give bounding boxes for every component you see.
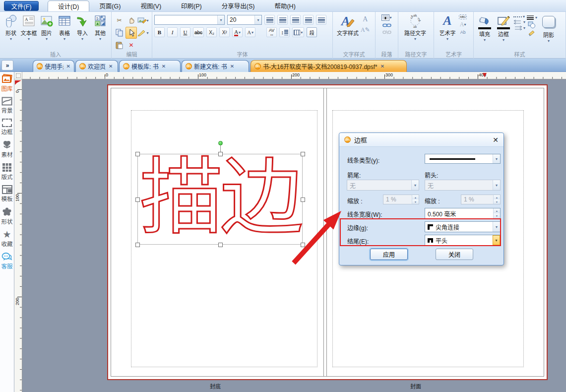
font-color-button[interactable]: A▾ xyxy=(232,27,243,37)
char-spacing-button[interactable]: AV↔ xyxy=(266,27,277,37)
sidebar-item-assets[interactable]: 素材 xyxy=(0,140,13,158)
menu-tab-view[interactable]: 视图(V) xyxy=(130,0,171,11)
columns-button[interactable]: ▾ xyxy=(292,27,304,37)
text-wrap-button[interactable]: ▾ xyxy=(381,14,391,21)
italic-button[interactable]: I xyxy=(167,27,178,37)
arrow-start-style-button[interactable]: ▾ xyxy=(513,20,525,24)
dropdown-arrow-icon[interactable]: ▾ xyxy=(46,37,48,41)
font-name-combobox[interactable]: ▾ xyxy=(154,15,225,25)
dropdown-arrow-icon[interactable]: ▾ xyxy=(254,15,261,24)
link-frames-icon[interactable] xyxy=(382,23,391,28)
dropdown-arrow-icon[interactable]: ▾ xyxy=(484,38,486,42)
dropdown-arrow-icon[interactable]: ▾ xyxy=(493,154,500,163)
menu-tab-help[interactable]: 帮助(H) xyxy=(264,0,305,11)
cut-icon[interactable]: ✂ xyxy=(114,14,125,26)
arrow-end-style-button[interactable]: ▾ xyxy=(513,26,525,30)
path-text-button[interactable]: abcdcdab 路径文字 ▾ xyxy=(400,13,430,50)
resize-handle-nw[interactable] xyxy=(135,152,140,156)
sidebar-item-background[interactable]: 背景 xyxy=(0,97,13,114)
dropdown-arrow-icon[interactable]: ▾ xyxy=(414,37,416,41)
select-cursor-icon[interactable] xyxy=(126,27,137,39)
tab-close-icon[interactable]: ✕ xyxy=(229,64,234,69)
menu-tab-design[interactable]: 设计(D) xyxy=(48,0,89,11)
dropdown-arrow-icon[interactable]: ▾ xyxy=(63,37,65,41)
menu-file-button[interactable]: 文件(F) xyxy=(4,1,39,11)
dropdown-arrow-icon[interactable]: ▾ xyxy=(503,38,504,42)
sidebar-item-gallery[interactable]: 图库 xyxy=(0,74,13,92)
sidebar-item-layout[interactable]: 版式 xyxy=(0,163,13,181)
other-button[interactable]: 5 其他 ▾ xyxy=(91,13,109,50)
dialog-title-bar[interactable]: DPS 边框 ✕ xyxy=(339,133,503,147)
bold-button[interactable]: B xyxy=(154,27,165,37)
tab-close-icon[interactable]: ✕ xyxy=(161,64,166,69)
tab-close-icon[interactable]: ✕ xyxy=(379,64,384,69)
import-button[interactable]: 导入 ▾ xyxy=(73,13,91,50)
art-text-button[interactable]: A 艺术字 ▾ xyxy=(436,13,459,50)
text-style-button[interactable]: A 文字样式 xyxy=(335,13,361,50)
rotation-handle[interactable] xyxy=(218,141,223,145)
fill-button[interactable]: 填充 ▾ xyxy=(476,13,494,50)
sidebar-item-border[interactable]: 边框 xyxy=(0,119,13,135)
close-button[interactable]: 关闭 xyxy=(436,249,473,260)
selected-text-frame[interactable]: 描边 xyxy=(137,154,303,245)
subscript-button[interactable]: X₂ xyxy=(206,27,217,37)
line-width-spinner[interactable]: 0.500 毫米 ▲▼ xyxy=(425,208,501,219)
border-button[interactable]: 边框 ▾ xyxy=(495,13,512,50)
format-brush-icon[interactable] xyxy=(528,30,536,36)
picture-button[interactable]: 图片 ▾ xyxy=(38,13,56,50)
line-style-button[interactable]: ▾ xyxy=(513,15,525,18)
combine-shapes-icon[interactable] xyxy=(528,21,536,28)
resize-handle-s[interactable] xyxy=(218,243,223,247)
art-transform-icon[interactable]: A▾ xyxy=(460,21,466,28)
paragraph-settings-button[interactable]: 段 xyxy=(307,27,317,37)
doc-tab-active-book[interactable]: DPS 书-大16开软皮平装-文档200819-0937.dpsf* ✕ xyxy=(251,60,407,72)
dialog-close-icon[interactable]: ✕ xyxy=(493,136,499,144)
menu-tab-page[interactable]: 页面(G) xyxy=(89,0,130,11)
dropdown-arrow-icon[interactable]: ▾ xyxy=(28,37,30,41)
resize-handle-w[interactable] xyxy=(135,197,140,202)
underline-button[interactable]: U xyxy=(180,27,190,37)
char-style-a-icon[interactable]: A xyxy=(361,15,370,23)
draw-pen-icon[interactable]: ▾ xyxy=(137,27,149,39)
textbox-button[interactable]: A 文本框 ▾ xyxy=(20,13,38,50)
art-ab-icon[interactable]: Ab xyxy=(460,30,466,35)
sidebar-item-favorites[interactable]: ★ 收藏 xyxy=(0,230,13,248)
align-right-button[interactable] xyxy=(290,15,301,25)
outlined-text[interactable]: 描边 xyxy=(138,151,302,244)
resize-handle-n[interactable] xyxy=(218,152,223,156)
sidebar-item-template[interactable]: 模板 xyxy=(0,185,13,202)
paste-icon[interactable] xyxy=(114,39,125,51)
vertical-ruler[interactable]: 0 100 200 xyxy=(14,79,22,392)
apply-button[interactable]: 应用 xyxy=(370,249,408,260)
resize-handle-sw[interactable] xyxy=(135,243,140,247)
line-type-combobox[interactable]: ▾ xyxy=(425,154,501,164)
font-size-combobox[interactable]: 20 ▾ xyxy=(227,15,262,25)
strikethrough-button[interactable]: abc xyxy=(193,27,204,37)
dropdown-arrow-icon[interactable]: ▾ xyxy=(81,37,83,41)
image-edit-icon[interactable]: ▾ xyxy=(137,14,149,26)
unlink-frames-icon[interactable] xyxy=(382,30,391,35)
doc-tab-new-document[interactable]: DPS 新建文档: 书 ✕ xyxy=(182,60,249,72)
dropdown-arrow-icon[interactable]: ▾ xyxy=(99,37,101,41)
tab-list-expander-button[interactable]: » xyxy=(1,60,13,70)
doc-tab-welcome[interactable]: DPS 欢迎页 ✕ xyxy=(75,60,118,72)
align-justify-button[interactable] xyxy=(303,15,314,25)
sidebar-item-support[interactable]: 客服 xyxy=(0,252,13,270)
resize-handle-ne[interactable] xyxy=(301,152,305,156)
table-button[interactable]: 表格 ▾ xyxy=(56,13,73,50)
dropdown-arrow-icon[interactable]: ▾ xyxy=(217,15,224,24)
resize-handle-e[interactable] xyxy=(301,197,305,202)
ruler-corner-box[interactable] xyxy=(14,72,22,79)
line-spacing-button[interactable]: ↕ xyxy=(279,27,290,37)
menu-tab-print[interactable]: 印刷(P) xyxy=(171,0,212,11)
menu-tab-share-export[interactable]: 分享导出(S) xyxy=(212,0,265,11)
doc-tab-manual[interactable]: DPS 使用手册 ✕ xyxy=(33,60,74,72)
line-weight-button[interactable]: ▾ xyxy=(526,15,537,20)
superscript-button[interactable]: X² xyxy=(219,27,230,37)
shadow-button[interactable]: 阴影 ▾ xyxy=(538,13,559,50)
char-style-edit-icon[interactable]: A✎ xyxy=(361,26,370,34)
tab-close-icon[interactable]: ✕ xyxy=(108,64,113,69)
pan-hand-icon[interactable] xyxy=(126,14,137,26)
tab-close-icon[interactable]: ✕ xyxy=(65,64,70,69)
dropdown-arrow-icon[interactable]: ▾ xyxy=(10,37,12,41)
